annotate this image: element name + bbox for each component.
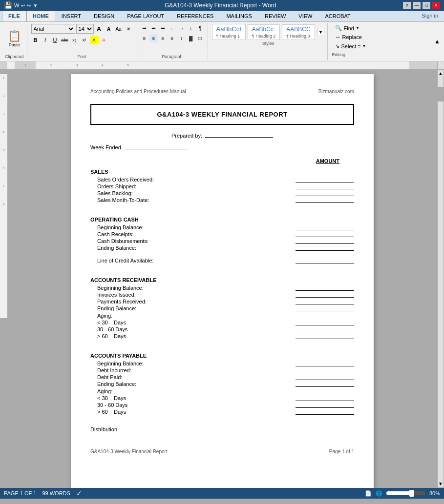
numbering-button[interactable]: ☰ xyxy=(149,24,158,33)
bullets-button[interactable]: ☰ xyxy=(140,24,149,33)
sales-value-2[interactable] xyxy=(296,183,354,189)
font-group-label: Font xyxy=(78,54,86,59)
oc-item-2: Cash Receipts: xyxy=(90,231,354,237)
spelling-icon[interactable]: ✓ xyxy=(76,489,82,497)
close-button[interactable]: ✕ xyxy=(432,2,440,9)
oc-value-2[interactable] xyxy=(296,231,354,237)
ar-aging-value-3[interactable] xyxy=(296,333,354,339)
clear-format-button[interactable]: ✕ xyxy=(124,24,133,33)
strikethrough-button[interactable]: abc xyxy=(61,36,69,44)
distribution-line: Distribution: xyxy=(90,426,354,432)
align-left-button[interactable]: ≡ xyxy=(140,34,149,42)
ap-value-4[interactable] xyxy=(296,381,354,387)
ap-value-3[interactable] xyxy=(296,374,354,380)
sort-button[interactable]: ↕ xyxy=(187,24,195,33)
sales-value-4[interactable] xyxy=(296,197,354,203)
ar-value-4[interactable] xyxy=(296,305,354,311)
styles-expand-button[interactable]: ▼ xyxy=(317,28,325,36)
align-right-button[interactable]: ≡ xyxy=(159,34,168,42)
week-ended-field[interactable] xyxy=(125,149,188,149)
tab-design[interactable]: DESIGN xyxy=(87,11,121,21)
tab-insert[interactable]: INSERT xyxy=(55,11,87,21)
tab-review[interactable]: REVIEW xyxy=(258,11,292,21)
maximize-button[interactable]: □ xyxy=(423,2,430,9)
sales-label-2: Orders Shipped: xyxy=(97,183,136,189)
oc-value-3[interactable] xyxy=(296,238,354,244)
shading-button[interactable]: ▓ xyxy=(187,34,195,42)
select-button[interactable]: ↘ Select = ▼ xyxy=(332,42,369,50)
superscript-button[interactable]: x² xyxy=(80,36,89,44)
paste-button[interactable]: 📋 Paste xyxy=(5,28,23,49)
window-controls[interactable]: ? — □ ✕ xyxy=(403,2,440,9)
multilevel-button[interactable]: ☰ xyxy=(159,24,168,33)
styles-label: Styles xyxy=(262,41,275,46)
line-spacing-button[interactable]: ↕ xyxy=(177,34,186,42)
ap-value-1[interactable] xyxy=(296,361,354,366)
justify-button[interactable]: ≡ xyxy=(168,34,177,42)
operating-cash-title: OPERATING CASH xyxy=(90,217,354,222)
bold-button[interactable]: B xyxy=(31,36,40,44)
replace-button[interactable]: ↔ Replace xyxy=(332,33,369,41)
ribbon-collapse-button[interactable]: ▲ xyxy=(432,23,442,60)
oc-value-4[interactable] xyxy=(296,245,354,251)
tab-references[interactable]: REFERENCES xyxy=(170,11,220,21)
style-heading1[interactable]: AaBbCcI ¶ Heading 1 xyxy=(212,24,246,40)
vertical-scrollbar[interactable]: ▲ ▼ xyxy=(437,69,444,488)
find-button[interactable]: 🔍 Find ▼ xyxy=(332,24,369,32)
prepared-by-field[interactable] xyxy=(205,137,273,138)
text-highlight-button[interactable]: A xyxy=(90,36,99,44)
show-marks-button[interactable]: ¶ xyxy=(196,24,205,33)
tab-mailings[interactable]: MAILINGS xyxy=(220,11,258,21)
borders-button[interactable]: □ xyxy=(196,34,205,42)
sign-in-link[interactable]: Sign in xyxy=(418,11,442,21)
tab-view[interactable]: VIEW xyxy=(292,11,318,21)
status-right: 📄 🌐 80% xyxy=(365,490,440,497)
styles-group: AaBbCcI ¶ Heading 1 AaBbCc ¶ Heading 2 A… xyxy=(209,23,328,60)
ar-value-2[interactable] xyxy=(296,292,354,298)
underline-button[interactable]: U xyxy=(51,36,60,44)
ar-value-1[interactable] xyxy=(296,285,354,291)
tab-home[interactable]: HOME xyxy=(26,11,55,21)
ap-value-2[interactable] xyxy=(296,367,354,373)
ar-value-3[interactable] xyxy=(296,299,354,304)
ap-aging-value-1[interactable] xyxy=(296,395,354,401)
sales-title: SALES xyxy=(90,169,354,175)
style-heading3[interactable]: AABBCC ¶ Heading 3 xyxy=(282,24,315,40)
help-button[interactable]: ? xyxy=(403,2,411,9)
italic-button[interactable]: I xyxy=(41,36,50,44)
scroll-thumb[interactable] xyxy=(438,87,444,101)
align-center-button[interactable]: ≡ xyxy=(149,34,158,42)
ap-item-2: Debt Incurred: xyxy=(90,367,354,373)
font-grow-button[interactable]: A xyxy=(95,24,104,33)
tab-acrobat[interactable]: ACROBAT xyxy=(318,11,357,21)
tab-page-layout[interactable]: PAGE LAYOUT xyxy=(121,11,170,21)
oc-value-1[interactable] xyxy=(296,224,354,230)
subscript-button[interactable]: x₂ xyxy=(70,36,79,44)
sales-value-3[interactable] xyxy=(296,190,354,196)
scroll-down-button[interactable]: ▼ xyxy=(437,480,444,487)
view-web-icon[interactable]: 🌐 xyxy=(376,490,382,497)
decrease-indent-button[interactable]: ← xyxy=(168,24,177,33)
ap-aging-value-3[interactable] xyxy=(296,409,354,415)
document-page[interactable]: Accounting Policies and Procedures Manua… xyxy=(71,74,374,488)
style-heading2[interactable]: AaBbCc ¶ Heading 2 xyxy=(248,24,280,40)
zoom-thumb[interactable] xyxy=(409,490,414,497)
ar-aging-value-1[interactable] xyxy=(296,320,354,325)
zoom-bar[interactable] xyxy=(386,491,425,495)
change-case-button[interactable]: Aa xyxy=(114,24,123,33)
oc-value-5[interactable] xyxy=(296,258,354,263)
font-color-button[interactable]: A xyxy=(100,36,108,44)
ap-aging-value-2[interactable] xyxy=(296,402,354,408)
tab-file[interactable]: FILE xyxy=(2,11,26,21)
ar-aging-value-2[interactable] xyxy=(296,326,354,332)
font-size-select[interactable]: 14 xyxy=(76,24,94,34)
minimize-button[interactable]: — xyxy=(413,2,421,9)
oc-item-3: Cash Disbursements: xyxy=(90,238,354,244)
sales-value-1[interactable] xyxy=(296,177,354,182)
view-print-icon[interactable]: 📄 xyxy=(365,490,372,497)
doc-footer: G&A104-3 Weekly Financial Report Page 1 … xyxy=(90,447,354,454)
font-family-select[interactable]: Arial xyxy=(31,24,75,34)
scroll-up-button[interactable]: ▲ xyxy=(437,70,444,77)
increase-indent-button[interactable]: → xyxy=(177,24,186,33)
font-shrink-button[interactable]: A xyxy=(105,24,113,33)
